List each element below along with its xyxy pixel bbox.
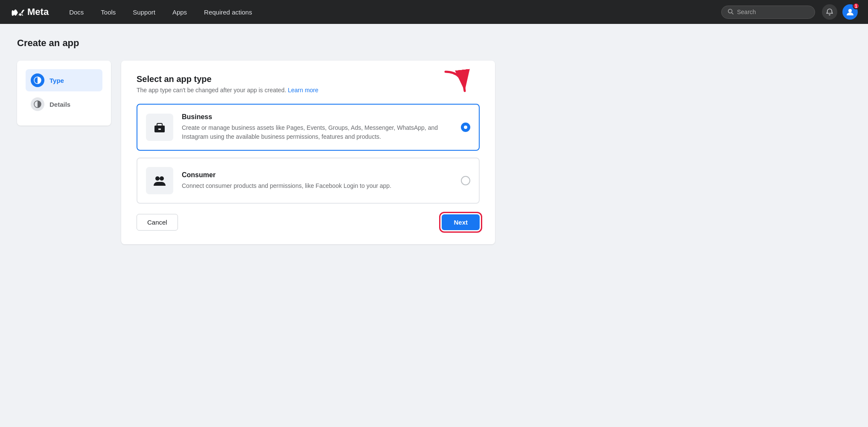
card-subtitle: The app type can't be changed after your…	[137, 87, 480, 94]
nav-required-actions[interactable]: Required actions	[197, 5, 259, 19]
consumer-desc: Connect consumer products and permission…	[182, 181, 454, 190]
search-input[interactable]	[737, 9, 809, 15]
consumer-name: Consumer	[182, 171, 454, 179]
card-actions: Cancel Next	[137, 214, 480, 231]
business-name: Business	[182, 113, 454, 121]
search-icon	[728, 9, 734, 16]
nav-docs[interactable]: Docs	[62, 5, 90, 19]
svg-point-7	[155, 176, 160, 181]
business-desc: Create or manage business assets like Pa…	[182, 123, 454, 141]
main-content: Create an app Type	[0, 24, 512, 258]
nav-apps[interactable]: Apps	[166, 5, 194, 19]
step-details-icon	[31, 97, 44, 111]
nav-tools[interactable]: Tools	[94, 5, 122, 19]
business-radio-dot	[464, 126, 467, 129]
nav-support[interactable]: Support	[126, 5, 162, 19]
navbar-right: 1	[822, 4, 858, 20]
page-title: Create an app	[17, 38, 495, 49]
consumer-radio[interactable]	[461, 176, 470, 185]
step-details-label: Details	[50, 101, 70, 108]
business-icon-wrap	[146, 114, 173, 141]
search-box	[721, 6, 815, 19]
red-arrow-indicator	[437, 67, 471, 103]
steps-sidebar: Type Details	[17, 61, 111, 126]
step-type-icon	[31, 73, 44, 87]
svg-point-8	[160, 176, 164, 181]
avatar-badge: 1	[853, 3, 859, 9]
app-type-business[interactable]: Business Create or manage business asset…	[137, 104, 480, 151]
app-type-card: Select an app type The app type can't be…	[121, 61, 495, 244]
svg-rect-6	[158, 129, 161, 130]
card-title: Select an app type	[137, 74, 480, 84]
notifications-button[interactable]	[822, 4, 837, 20]
step-details[interactable]: Details	[26, 93, 102, 115]
business-text: Business Create or manage business asset…	[182, 113, 454, 141]
consumer-text: Consumer Connect consumer products and p…	[182, 171, 454, 190]
cancel-button[interactable]: Cancel	[137, 214, 178, 231]
learn-more-link[interactable]: Learn more	[288, 87, 318, 94]
user-avatar-wrap[interactable]: 1	[842, 4, 858, 20]
create-app-layout: Type Details	[17, 61, 495, 244]
meta-logo[interactable]: Meta	[10, 6, 49, 18]
next-button[interactable]: Next	[442, 214, 480, 230]
nav-links: Docs Tools Support Apps Required actions	[62, 5, 721, 19]
search-container	[721, 6, 815, 19]
business-radio-circle	[461, 123, 470, 132]
consumer-icon-wrap	[146, 167, 173, 194]
business-radio[interactable]	[461, 123, 470, 132]
app-type-consumer[interactable]: Consumer Connect consumer products and p…	[137, 158, 480, 204]
consumer-radio-circle	[461, 176, 470, 185]
svg-point-1	[848, 9, 852, 12]
navbar: Meta Docs Tools Support Apps Required ac…	[0, 0, 868, 24]
step-type-label: Type	[50, 77, 64, 84]
step-type[interactable]: Type	[26, 69, 102, 91]
